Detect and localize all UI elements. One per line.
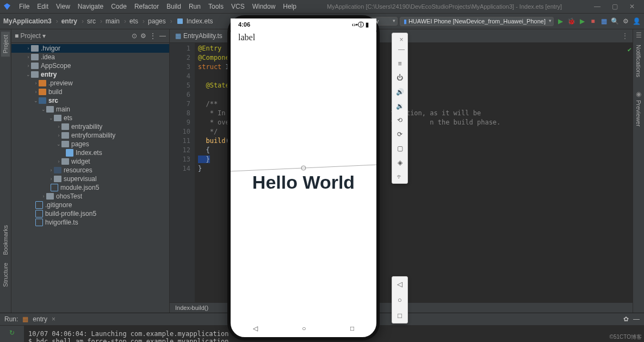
tool-bookmarks[interactable]: Bookmarks xyxy=(2,223,9,257)
run-config-label: entry xyxy=(33,315,47,323)
target-icon[interactable]: ⊙ xyxy=(132,32,137,40)
menu-code[interactable]: Code xyxy=(107,3,131,10)
rerun-icon[interactable]: ↻ xyxy=(7,328,17,338)
tree-main[interactable]: main xyxy=(56,105,70,113)
crumb-main[interactable]: main xyxy=(106,17,120,25)
phone-content[interactable]: Hello World xyxy=(231,45,376,320)
emulator-window: 4:06 ‹›•ⓘ ▮ label Hello World ◁ ○ □ xyxy=(227,15,380,340)
emu-rotate-right-icon[interactable]: ⟳ xyxy=(395,130,404,139)
emu-power-icon[interactable]: ⏻ xyxy=(395,73,404,82)
tab-entryability[interactable]: ▦EntryAbility.ts xyxy=(170,29,228,42)
tree-src[interactable]: src xyxy=(48,97,58,104)
tree-hvigor[interactable]: .hvigor xyxy=(41,45,60,52)
emu-close-icon[interactable]: × xyxy=(397,35,406,44)
close-icon[interactable]: ✕ xyxy=(623,3,641,10)
avatar-icon[interactable]: 👤 xyxy=(632,17,641,26)
crumb-entry[interactable]: entry xyxy=(61,17,77,25)
hide-run-icon[interactable]: — xyxy=(633,315,640,323)
project-tree[interactable]: ›.hvigor ›.idea ›AppScope ⌄entry ›.previ… xyxy=(11,43,169,313)
phone-back-icon[interactable]: ◁ xyxy=(253,325,258,332)
phone-nav: ◁ ○ □ xyxy=(231,320,376,337)
tree-index-ets[interactable]: Index.ets xyxy=(76,149,102,157)
menu-run[interactable]: Run xyxy=(185,3,205,10)
phone-indicators: ‹›•ⓘ ▮ xyxy=(352,21,369,29)
hello-world-text: Hello World xyxy=(252,172,355,193)
crumb-file[interactable]: Index.ets xyxy=(187,17,213,25)
gear-icon[interactable]: ⚙ xyxy=(140,32,146,40)
emu-home-icon[interactable]: ○ xyxy=(398,296,402,304)
tree-gitignore[interactable]: .gitignore xyxy=(45,201,72,209)
tree-build[interactable]: build xyxy=(48,88,62,96)
tool-structure[interactable]: Structure xyxy=(2,260,9,289)
window-title: MyApplication [C:\Users\24190\DevEcoStud… xyxy=(300,3,589,10)
tree-module-json[interactable]: module.json5 xyxy=(60,184,99,191)
emu-more-icon[interactable]: ≡ xyxy=(395,59,404,68)
tree-entryformability[interactable]: entryformability xyxy=(71,132,115,139)
collapse-icon[interactable]: ⋮ xyxy=(150,32,156,40)
menu-navigate[interactable]: Navigate xyxy=(74,3,107,10)
minimize-icon[interactable]: — xyxy=(589,3,606,10)
coverage-icon[interactable]: ▶ xyxy=(578,17,586,26)
emu-volume-down-icon[interactable]: 🔉 xyxy=(395,102,404,110)
search-icon[interactable]: 🔍 xyxy=(610,17,619,26)
emu-rotate-left-icon[interactable]: ⟲ xyxy=(395,116,404,125)
tool-previewer[interactable]: Previewer xyxy=(635,98,642,129)
tree-resources[interactable]: resources xyxy=(64,166,92,174)
editor-more-icon[interactable]: ⋮ xyxy=(617,32,633,40)
tree-entryability[interactable]: entryability xyxy=(71,123,102,130)
phone-recent-icon[interactable]: □ xyxy=(350,325,354,332)
tree-idea[interactable]: .idea xyxy=(41,53,55,61)
crumb-ets[interactable]: ets xyxy=(129,17,138,25)
check-icon: ✔ xyxy=(628,45,631,54)
emu-volume-up-icon[interactable]: 🔊 xyxy=(395,88,404,96)
tool-notifications[interactable]: Notifications xyxy=(635,42,642,79)
menu-edit[interactable]: Edit xyxy=(33,3,52,10)
phone-home-icon[interactable]: ○ xyxy=(302,325,306,332)
tree-widget[interactable]: widget xyxy=(71,158,90,165)
settings-icon[interactable]: ⚙ xyxy=(621,17,630,26)
up-icon[interactable]: ↑ xyxy=(7,339,17,342)
run-icon[interactable]: ▶ xyxy=(556,17,565,26)
tree-preview[interactable]: .preview xyxy=(48,79,73,87)
attach-icon[interactable]: ▦ xyxy=(599,17,608,26)
maximize-icon[interactable]: ▢ xyxy=(606,3,623,10)
menu-window[interactable]: Window xyxy=(249,3,280,10)
menu-tools[interactable]: Tools xyxy=(205,3,227,10)
tree-ets[interactable]: ets xyxy=(64,114,72,122)
hide-icon[interactable]: — xyxy=(159,32,166,40)
crumb-src[interactable]: src xyxy=(87,17,96,25)
phone-app-title: label xyxy=(231,30,376,45)
tree-hvigorfile[interactable]: hvigorfile.ts xyxy=(45,219,78,226)
menu-build[interactable]: Build xyxy=(163,3,185,10)
emu-back-icon[interactable]: ◁ xyxy=(397,280,403,288)
stop-icon[interactable]: ■ xyxy=(589,17,597,26)
debug-icon[interactable]: 🐞 xyxy=(567,17,575,26)
phone-statusbar: 4:06 ‹›•ⓘ ▮ xyxy=(231,18,376,30)
menu-refactor[interactable]: Refactor xyxy=(131,3,163,10)
tree-buildprofile[interactable]: build-profile.json5 xyxy=(45,210,96,217)
crumb-pages[interactable]: pages xyxy=(148,17,166,25)
tree-entry[interactable]: entry xyxy=(41,71,57,78)
gear-icon[interactable]: ✿ xyxy=(623,315,629,323)
crumb-root[interactable]: MyApplication3 xyxy=(3,17,52,25)
emu-minimize-icon[interactable]: — xyxy=(397,45,406,54)
app-logo-icon xyxy=(3,3,11,10)
menu-file[interactable]: File xyxy=(15,3,33,10)
eye-icon[interactable]: ◉ xyxy=(636,90,641,98)
menu-vcs[interactable]: VCS xyxy=(227,3,249,10)
watermark: ©51CTO博客 xyxy=(610,333,642,341)
notifications-icon[interactable]: ☰ xyxy=(636,32,642,39)
emu-wifi-icon[interactable]: ᯤ xyxy=(395,172,404,181)
tool-project[interactable]: Project xyxy=(1,32,10,57)
device-dropdown[interactable]: ▮ HUAWEI Phone [NewDevice_from_Huawei_Ph… xyxy=(400,17,554,26)
menu-view[interactable]: View xyxy=(52,3,74,10)
emu-location-icon[interactable]: ◈ xyxy=(395,158,404,167)
menu-help[interactable]: Help xyxy=(279,3,300,10)
emu-recent-icon[interactable]: □ xyxy=(398,312,402,320)
tree-supervisual[interactable]: supervisual xyxy=(64,175,97,183)
tree-ohostest[interactable]: ohosTest xyxy=(56,192,82,200)
tree-appscope[interactable]: AppScope xyxy=(41,62,71,70)
tree-pages[interactable]: pages xyxy=(71,140,89,148)
run-close-tab[interactable]: × xyxy=(52,315,55,323)
emu-screenshot-icon[interactable]: ▢ xyxy=(395,144,404,153)
